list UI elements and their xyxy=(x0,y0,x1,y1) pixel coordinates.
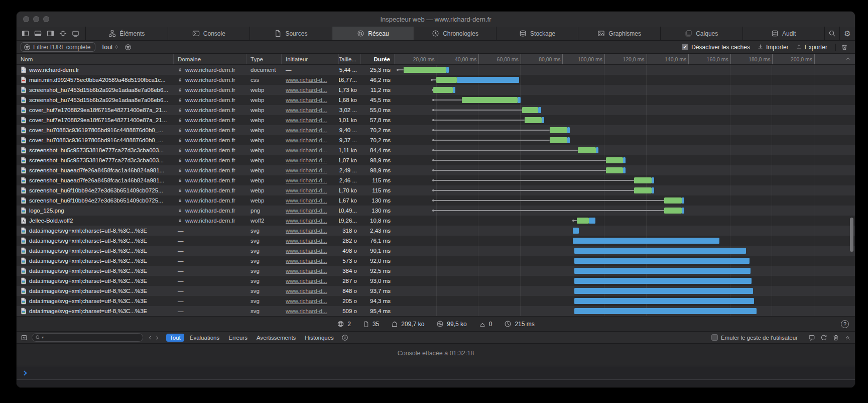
export-button[interactable]: Exporter xyxy=(796,44,827,51)
request-initiator[interactable]: www.richard-d... xyxy=(286,308,327,314)
element-picker-icon[interactable] xyxy=(59,30,67,37)
network-request-row[interactable]: screenshot_hu5c957353818e777ca27d3c3cba0… xyxy=(17,145,855,155)
previous-result-icon[interactable] xyxy=(147,335,153,341)
network-request-row[interactable]: data:image/svg+xml;charset=utf-8,%3C...%… xyxy=(17,306,855,316)
tab-sources[interactable]: Sources xyxy=(250,27,332,40)
console-scope-tout[interactable]: Tout xyxy=(166,334,184,342)
request-initiator[interactable]: www.richard-d... xyxy=(286,117,327,123)
column-header-type[interactable]: Type xyxy=(246,54,282,64)
expand-console-icon[interactable] xyxy=(844,334,851,341)
network-request-row[interactable]: screenshot_hu7453d15b6b2a929e1adaa8e7a06… xyxy=(17,95,855,105)
network-request-row[interactable]: data:image/svg+xml;charset=utf-8,%3C...%… xyxy=(17,296,855,306)
network-request-row[interactable]: cover_hu70883c936197805bd916c4488876d0b0… xyxy=(17,125,855,135)
request-initiator[interactable]: www.richard-d... xyxy=(286,97,327,103)
emulate-user-gesture-checkbox[interactable]: Émuler le geste de l'utilisateur xyxy=(711,334,798,341)
network-request-row[interactable]: data:image/svg+xml;charset=utf-8,%3C...%… xyxy=(17,266,855,276)
request-initiator[interactable]: www.richard-d... xyxy=(286,228,327,234)
request-initiator[interactable]: www.richard-d... xyxy=(286,157,327,163)
network-request-row[interactable]: cover_huf7e1708829ea18f6715e48271400e87a… xyxy=(17,105,855,115)
request-initiator[interactable]: www.richard-d... xyxy=(286,177,327,183)
tab-stockage[interactable]: Stockage xyxy=(497,27,579,40)
network-request-row[interactable]: cover_huf7e1708829ea18f6715e48271400e87a… xyxy=(17,115,855,125)
next-result-icon[interactable] xyxy=(154,335,160,341)
close-window-button[interactable] xyxy=(23,16,29,22)
column-header-size[interactable]: Taille... xyxy=(339,54,361,64)
tab-chronologies[interactable]: Chronologies xyxy=(414,27,497,40)
resource-type-popup[interactable]: Tout xyxy=(101,44,120,51)
console-filter-icon[interactable] xyxy=(341,334,348,341)
column-header-name[interactable]: Nom xyxy=(17,54,174,64)
console-scope-avertissements[interactable]: Avertissements xyxy=(253,334,299,342)
network-request-row[interactable]: Jellee-Bold.woff2 www.richard-dern.fr wo… xyxy=(17,216,855,226)
disable-caches-checkbox[interactable]: ✓ Désactiver les caches xyxy=(682,44,750,51)
console-search-field[interactable]: ▾ xyxy=(32,333,143,342)
request-initiator[interactable]: www.richard-d... xyxy=(286,87,327,93)
console-scope-historiques[interactable]: Historiques xyxy=(301,334,337,342)
column-header-duration[interactable]: Durée xyxy=(361,54,395,64)
zoom-window-button[interactable] xyxy=(43,16,49,22)
device-settings-icon[interactable] xyxy=(72,30,79,37)
network-request-row[interactable]: www.richard-dern.fr www.richard-dern.fr … xyxy=(17,65,855,75)
tab-graphismes[interactable]: Graphismes xyxy=(578,27,661,40)
request-initiator[interactable]: www.richard-d... xyxy=(286,107,327,113)
network-request-row[interactable]: screenshot_huaead7fe26a8458fcac1a46b824a… xyxy=(17,165,855,175)
chevron-up-icon[interactable] xyxy=(845,55,851,62)
request-initiator[interactable]: www.richard-d... xyxy=(286,197,327,204)
request-initiator[interactable]: www.richard-d... xyxy=(286,147,327,153)
network-request-row[interactable]: data:image/svg+xml;charset=utf-8,%3C...%… xyxy=(17,236,855,246)
column-header-domain[interactable]: Domaine xyxy=(174,54,246,64)
network-request-row[interactable]: data:image/svg+xml;charset=utf-8,%3C...%… xyxy=(17,286,855,296)
dock-right-icon[interactable] xyxy=(47,30,54,37)
request-initiator[interactable]: www.richard-d... xyxy=(286,77,327,83)
search-button[interactable] xyxy=(825,27,840,40)
network-request-row[interactable]: data:image/svg+xml;charset=utf-8,%3C...%… xyxy=(17,256,855,266)
network-request-row[interactable]: screenshot_hu7453d15b6b2a929e1adaa8e7a06… xyxy=(17,85,855,95)
clear-console-icon[interactable] xyxy=(832,334,839,341)
request-initiator[interactable]: www.richard-d... xyxy=(286,258,327,264)
request-initiator[interactable]: www.richard-d... xyxy=(286,167,327,173)
request-initiator[interactable]: www.richard-d... xyxy=(286,278,327,284)
request-initiator[interactable]: www.richard-d... xyxy=(286,238,327,244)
tab-calques[interactable]: Calques xyxy=(661,27,743,40)
request-initiator[interactable]: www.richard-d... xyxy=(286,268,327,274)
help-icon[interactable]: ? xyxy=(841,320,849,328)
request-initiator[interactable]: www.richard-d... xyxy=(286,248,327,254)
vertical-scrollbar[interactable] xyxy=(850,218,853,252)
tab-reseau[interactable]: Réseau xyxy=(332,27,415,40)
network-request-row[interactable]: screenshot_hu6f10bb94e27e3d63b651409cb07… xyxy=(17,195,855,206)
network-request-row[interactable]: screenshot_hu6f10bb94e27e3d63b651409cb07… xyxy=(17,185,855,195)
network-request-row[interactable]: logo_125.png www.richard-dern.fr png www… xyxy=(17,206,855,216)
console-drawer-icon[interactable] xyxy=(808,334,815,341)
console-prompt[interactable] xyxy=(17,366,855,380)
console-scope-evaluations[interactable]: Évaluations xyxy=(186,334,223,342)
network-request-row[interactable]: screenshot_hu5c957353818e777ca27d3c3cba0… xyxy=(17,155,855,165)
column-header-initiator[interactable]: Initiateur xyxy=(282,54,339,64)
tab-console[interactable]: Console xyxy=(168,27,251,40)
hide-console-icon[interactable] xyxy=(21,334,28,341)
traffic-lights[interactable] xyxy=(23,16,49,22)
minimize-window-button[interactable] xyxy=(33,16,39,22)
network-request-row[interactable]: data:image/svg+xml;charset=utf-8,%3C...%… xyxy=(17,226,855,236)
request-initiator[interactable]: www.richard-d... xyxy=(286,298,327,304)
activity-icon[interactable] xyxy=(820,334,827,341)
network-request-row[interactable]: data:image/svg+xml;charset=utf-8,%3C...%… xyxy=(17,276,855,286)
network-request-row[interactable]: cover_hu70883c936197805bd916c4488876d0b0… xyxy=(17,135,855,145)
request-initiator[interactable]: www.richard-d... xyxy=(286,127,327,133)
network-request-row[interactable]: main.min.d9924575ec0bba420589a48d5190fbc… xyxy=(17,75,855,85)
request-initiator[interactable]: www.richard-d... xyxy=(286,208,327,214)
clear-network-button[interactable] xyxy=(835,44,851,51)
request-initiator[interactable]: www.richard-d... xyxy=(286,288,327,294)
request-initiator[interactable]: www.richard-d... xyxy=(286,187,327,193)
tab-audit[interactable]: Audit xyxy=(743,27,825,40)
network-request-row[interactable]: screenshot_huaead7fe26a8458fcac1a46b824a… xyxy=(17,175,855,185)
dock-left-icon[interactable] xyxy=(22,30,29,37)
filter-options-icon[interactable] xyxy=(125,44,132,51)
settings-button[interactable]: ⚙ xyxy=(840,27,855,40)
url-filter-field[interactable]: Filtrer l'URL complète xyxy=(21,42,95,52)
console-scope-erreurs[interactable]: Erreurs xyxy=(225,334,251,342)
tab-elements[interactable]: Éléments xyxy=(86,27,168,40)
import-button[interactable]: Importer xyxy=(757,44,789,51)
request-initiator[interactable]: www.richard-d... xyxy=(286,137,327,143)
request-initiator[interactable]: www.richard-d... xyxy=(286,218,327,224)
network-request-row[interactable]: data:image/svg+xml;charset=utf-8,%3C...%… xyxy=(17,246,855,256)
